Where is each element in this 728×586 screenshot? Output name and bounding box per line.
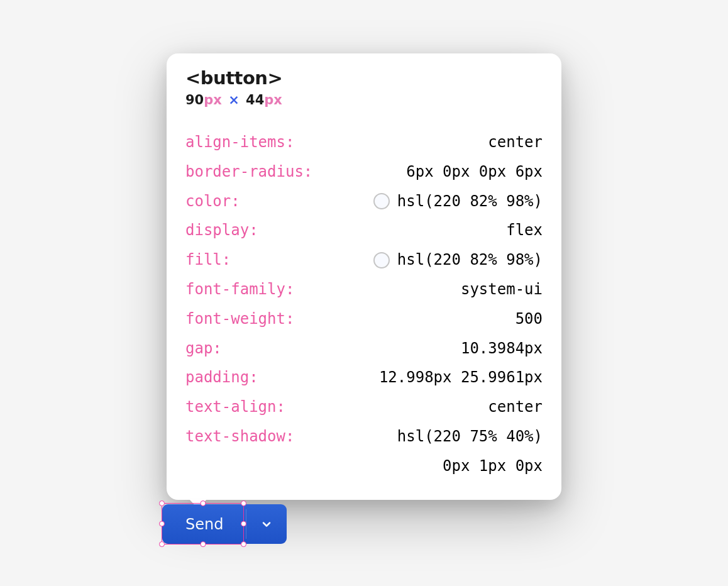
property-name: padding: [185, 363, 258, 392]
property-row: font-family:system-ui [185, 275, 543, 304]
property-value-text: system-ui [461, 275, 543, 304]
dimensions-times: × [228, 92, 240, 108]
property-row: font-weight:500 [185, 304, 543, 334]
property-row: text-shadow:hsl(220 75% 40%)0px 1px 0px [185, 422, 543, 481]
button-group: Send [162, 504, 287, 544]
width-value: 90 [185, 92, 204, 108]
property-value: 12.998px 25.9961px [379, 363, 543, 392]
property-name: display: [185, 216, 258, 245]
color-swatch-icon[interactable] [373, 252, 390, 268]
property-name: fill: [185, 245, 231, 275]
property-row: border-radius:6px 0px 0px 6px [185, 157, 543, 187]
property-row: display:flex [185, 216, 543, 245]
property-name: gap: [185, 334, 222, 363]
height-value: 44 [246, 92, 264, 108]
property-name: font-weight: [185, 304, 294, 334]
inspector-tooltip: <button> 90px × 44px align-items:centerb… [167, 53, 561, 500]
property-value-line: 0px 1px 0px [397, 451, 543, 481]
property-value: flex [506, 216, 543, 245]
width-unit: px [204, 92, 222, 108]
color-swatch-icon[interactable] [373, 193, 390, 209]
property-name: color: [185, 187, 240, 216]
property-row: color:hsl(220 82% 98%) [185, 187, 543, 216]
properties-list: align-items:centerborder-radius:6px 0px … [185, 128, 543, 481]
property-value-text: 10.3984px [461, 334, 543, 363]
property-value: hsl(220 82% 98%) [373, 187, 543, 216]
property-value: center [488, 128, 543, 157]
send-button[interactable]: Send [162, 504, 246, 544]
chevron-down-icon [260, 518, 273, 531]
property-value-text: 12.998px 25.9961px [379, 363, 543, 392]
property-value-line: hsl(220 75% 40%) [397, 422, 543, 451]
property-value: 500 [516, 304, 543, 334]
element-tag: <button> [185, 67, 543, 89]
property-value: hsl(220 75% 40%)0px 1px 0px [397, 422, 543, 481]
property-row: gap:10.3984px [185, 334, 543, 363]
property-row: padding:12.998px 25.9961px [185, 363, 543, 392]
property-value: 10.3984px [461, 334, 543, 363]
property-value: hsl(220 82% 98%) [373, 245, 543, 275]
dropdown-button[interactable] [246, 504, 287, 544]
property-value-text: flex [506, 216, 543, 245]
property-value: 6px 0px 0px 6px [406, 157, 543, 187]
property-row: align-items:center [185, 128, 543, 157]
property-row: fill:hsl(220 82% 98%) [185, 245, 543, 275]
property-name: align-items: [185, 128, 294, 157]
element-dimensions: 90px × 44px [185, 92, 543, 108]
send-button-label: Send [185, 516, 223, 533]
property-row: text-align:center [185, 392, 543, 422]
property-name: border-radius: [185, 157, 312, 187]
property-value-text: center [488, 392, 543, 422]
property-value-text: center [488, 128, 543, 157]
property-name: text-align: [185, 392, 285, 422]
property-value-text: hsl(220 82% 98%) [397, 187, 543, 216]
property-name: text-shadow: [185, 422, 294, 451]
property-value-text: 500 [516, 304, 543, 334]
property-value-text: 6px 0px 0px 6px [406, 157, 543, 187]
property-value: center [488, 392, 543, 422]
height-unit: px [264, 92, 282, 108]
property-name: font-family: [185, 275, 294, 304]
property-value: system-ui [461, 275, 543, 304]
property-value-text: hsl(220 82% 98%) [397, 245, 543, 275]
